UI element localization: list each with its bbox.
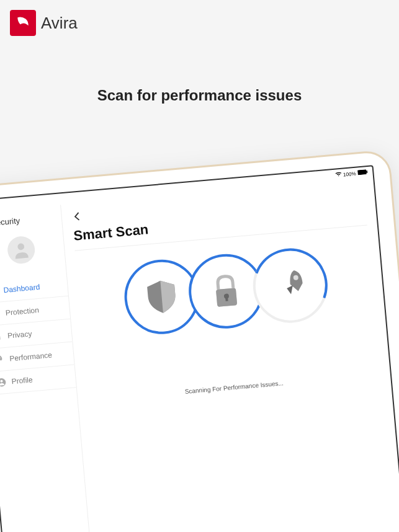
svg-point-6 — [0, 378, 6, 387]
tablet-screen: n Jul 6 100% ro Security Dashboard — [0, 165, 399, 532]
svg-rect-4 — [0, 335, 1, 340]
svg-rect-1 — [366, 171, 367, 173]
wifi-icon — [335, 172, 342, 179]
battery-icon — [357, 169, 368, 176]
lock-large-icon — [204, 270, 247, 313]
nav-list: Dashboard Protection Privacy Performance — [0, 273, 76, 395]
main-content: Smart Scan — [61, 177, 399, 532]
person-icon — [0, 377, 7, 388]
scan-icons-row — [76, 241, 375, 341]
brand-name: Avira — [41, 14, 78, 33]
scan-circle-performance — [249, 246, 330, 326]
sidebar-item-label: Protection — [5, 306, 39, 317]
sidebar-item-label: Privacy — [7, 329, 32, 340]
page-title: Smart Scan — [73, 203, 367, 251]
avatar[interactable] — [6, 235, 36, 265]
app-title: ro Security — [0, 210, 62, 231]
svg-point-2 — [17, 243, 24, 250]
shield-large-icon — [140, 275, 182, 318]
rocket-large-icon — [269, 264, 312, 307]
svg-rect-11 — [225, 296, 228, 301]
tablet-frame: n Jul 6 100% ro Security Dashboard — [0, 149, 399, 532]
back-button[interactable] — [71, 208, 88, 228]
shield-icon — [0, 308, 1, 319]
avira-logo-icon — [10, 10, 36, 36]
battery-percent: 100% — [343, 171, 356, 177]
rocket-icon — [0, 354, 5, 365]
sidebar-item-label: Profile — [11, 375, 33, 386]
sidebar-item-label: Dashboard — [3, 283, 40, 295]
brand-bar: Avira — [10, 10, 78, 36]
headline: Scan for performance issues — [0, 87, 399, 104]
scan-status-text: Scanning For Performance Issues... — [87, 371, 380, 404]
sidebar-item-label: Performance — [9, 351, 53, 363]
svg-rect-0 — [357, 169, 367, 175]
lock-icon — [0, 331, 3, 342]
